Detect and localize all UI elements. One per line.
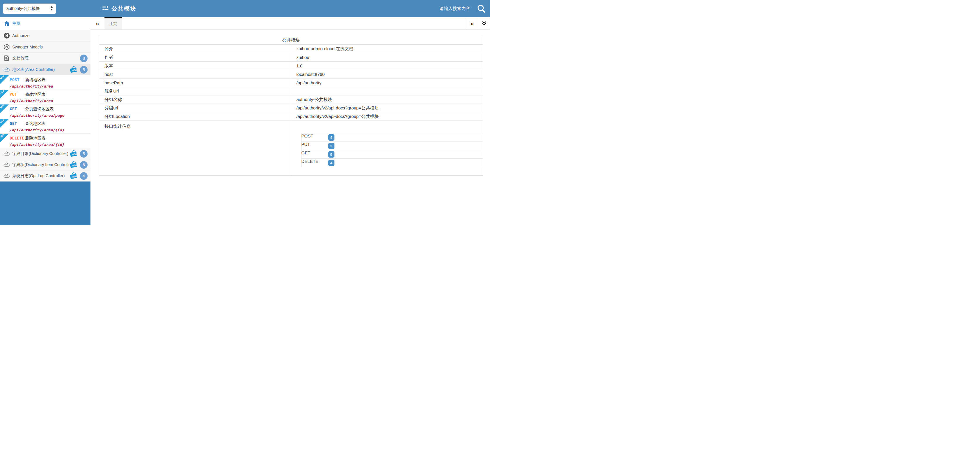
- sidebar-item-label: 系统日志(Opt Log Controller): [12, 173, 69, 179]
- sidebar-item-swagger-models[interactable]: Swagger Models: [0, 41, 91, 53]
- sidebar-filler: [0, 181, 91, 225]
- api-cloud-icon: API: [3, 151, 10, 157]
- row-label: 简介: [99, 45, 291, 53]
- stats-table-row: DELETE 4: [301, 159, 483, 167]
- sidebar-item-label: Swagger Models: [12, 45, 88, 49]
- sidebar-item-doc-manage[interactable]: 文档管理 3: [0, 53, 91, 64]
- stats-method: GET: [301, 150, 328, 159]
- operation-path: /api/authority/area/{id}: [10, 142, 89, 147]
- method-label: GET: [10, 121, 25, 126]
- table-row: basePath /api/authority: [99, 78, 483, 87]
- operation-update-area[interactable]: NEW PUT 修改地区表 /api/authority/area: [0, 90, 91, 105]
- stats-table-row: GET 9: [301, 150, 483, 159]
- lock-icon: [3, 32, 10, 39]
- row-value: authority-公共模块: [291, 95, 483, 104]
- operation-get-area[interactable]: NEW GET 查询地区表 /api/authority/area/{id}: [0, 119, 91, 134]
- new-ribbon-icon: NEW: [0, 75, 9, 84]
- sidebar-item-label: 字典项(Dictionary Item Controller): [12, 162, 69, 167]
- operation-delete-area[interactable]: NEW DELETE 删除地区表 /api/authority/area/{id…: [0, 134, 91, 148]
- sidebar: 主页 Authorize Swagger Models: [0, 17, 91, 225]
- table-row: 分组Location /api/authority/v2/api-docs?gr…: [99, 112, 483, 121]
- sidebar-item-home[interactable]: 主页: [0, 17, 91, 30]
- stat-count-badge: 4: [328, 160, 334, 166]
- row-value: /api/authority/v2/api-docs?group=公共模块: [291, 104, 483, 112]
- api-cloud-icon: API: [3, 67, 10, 73]
- brand-icon: [102, 5, 109, 13]
- tabs-collapse-all-icon[interactable]: [478, 17, 490, 29]
- stats-method: DELETE: [301, 159, 328, 167]
- count-badge: 4: [80, 172, 88, 180]
- row-label: 分组名称: [99, 95, 291, 104]
- row-value: [291, 87, 483, 95]
- app-header: authority-公共模块 公共模块 请输入搜索内容: [0, 0, 490, 17]
- operation-path: /api/authority/area/page: [10, 113, 89, 118]
- tab-home[interactable]: 主页: [105, 17, 122, 29]
- api-cloud-icon: API: [3, 173, 10, 179]
- operation-name: 查询地区表: [25, 121, 46, 126]
- table-row: 版本 1.0: [99, 62, 483, 70]
- module-info-table: 公共模块 简介 zuihou-admin-cloud 在线文档 作者 zuiho…: [99, 36, 483, 176]
- operation-path: /api/authority/area: [10, 99, 89, 103]
- tab-label: 主页: [110, 21, 117, 27]
- row-value: localhost:8760: [291, 70, 483, 78]
- operation-name: 删除地区表: [25, 136, 46, 141]
- api-cloud-icon: API: [3, 162, 10, 168]
- select-arrows-icon: [51, 6, 53, 11]
- group-select[interactable]: authority-公共模块: [3, 3, 56, 14]
- stats-table-row: POST 4: [301, 134, 483, 142]
- table-row: host localhost:8760: [99, 70, 483, 78]
- row-label: 服务Url: [99, 87, 291, 95]
- new-ribbon-icon: NEW: [0, 105, 9, 113]
- table-title: 公共模块: [99, 36, 483, 45]
- count-badge: 6: [80, 161, 88, 169]
- tabs-scroll-left-icon[interactable]: «: [91, 17, 105, 29]
- stats-row: 接口统计信息 POST 4 PUT 3 G: [99, 121, 483, 176]
- operation-name: 新增地区表: [25, 77, 46, 83]
- models-hexagon-icon: [3, 44, 10, 50]
- sidebar-item-label: Authorize: [12, 33, 88, 38]
- table-row: 简介 zuihou-admin-cloud 在线文档: [99, 45, 483, 53]
- stats-method: POST: [301, 134, 328, 142]
- group-select-value: authority-公共模块: [6, 6, 40, 11]
- svg-text:API: API: [5, 164, 8, 166]
- sidebar-item-opt-log-controller[interactable]: API 系统日志(Opt Log Controller) NEW 4: [0, 170, 91, 181]
- tabs-scroll-right-icon[interactable]: »: [466, 17, 478, 29]
- sidebar-item-area-controller[interactable]: API 地区表(Area Controller) NEW 5: [0, 64, 91, 75]
- row-label: 作者: [99, 53, 291, 62]
- table-row: 服务Url: [99, 87, 483, 95]
- row-value: zuihou: [291, 53, 483, 62]
- sidebar-item-label: 字典目录(Dictionary Controller): [12, 151, 69, 156]
- operation-add-area[interactable]: NEW POST 新增地区表 /api/authority/area: [0, 75, 91, 90]
- stats-table-row: PUT 3: [301, 142, 483, 150]
- row-value: zuihou-admin-cloud 在线文档: [291, 45, 483, 53]
- method-label: POST: [10, 77, 25, 82]
- header-search[interactable]: 请输入搜索内容: [439, 0, 470, 17]
- count-badge: 5: [80, 66, 88, 73]
- row-label: basePath: [99, 78, 291, 87]
- table-row: 分组名称 authority-公共模块: [99, 95, 483, 104]
- row-label: 分组url: [99, 104, 291, 112]
- svg-text:API: API: [5, 175, 8, 177]
- operation-page-area[interactable]: NEW GET 分页查询地区表 /api/authority/area/page: [0, 105, 91, 119]
- row-value: /api/authority: [291, 78, 483, 87]
- row-label: 接口统计信息: [99, 121, 291, 176]
- operation-name: 分页查询地区表: [25, 107, 54, 112]
- sidebar-item-dictionary-controller[interactable]: API 字典目录(Dictionary Controller) NEW 5: [0, 148, 91, 159]
- stats-table: POST 4 PUT 3 GET 9: [301, 133, 483, 167]
- table-row: 作者 zuihou: [99, 53, 483, 62]
- sidebar-item-authorize[interactable]: Authorize: [0, 30, 91, 41]
- row-label: 版本: [99, 62, 291, 70]
- row-value: 1.0: [291, 62, 483, 70]
- search-icon[interactable]: [477, 4, 486, 13]
- sidebar-item-label: 主页: [12, 21, 88, 26]
- row-label: host: [99, 70, 291, 78]
- search-placeholder: 请输入搜索内容: [439, 6, 470, 11]
- sidebar-item-dictionary-item-controller[interactable]: API 字典项(Dictionary Item Controller) NEW …: [0, 159, 91, 170]
- page-title: 公共模块: [111, 5, 136, 13]
- new-ribbon-icon: NEW: [0, 134, 9, 142]
- content-area: 公共模块 简介 zuihou-admin-cloud 在线文档 作者 zuiho…: [91, 30, 490, 176]
- new-ribbon-icon: NEW: [0, 119, 9, 128]
- new-sign-icon: NEW: [69, 161, 78, 169]
- brand: 公共模块: [102, 0, 136, 17]
- count-badge: 5: [80, 150, 88, 157]
